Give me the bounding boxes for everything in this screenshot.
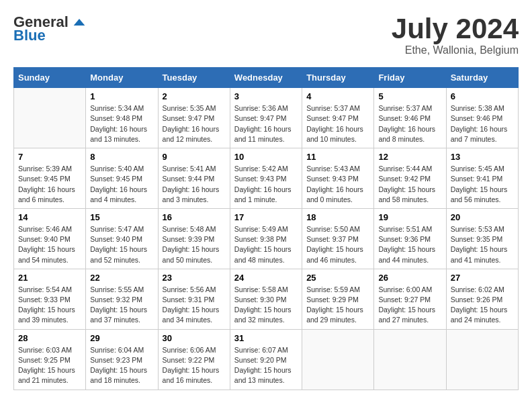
location-title: Ethe, Wallonia, Belgium (392, 44, 519, 56)
day-info: Sunrise: 5:46 AMSunset: 9:40 PMDaylight:… (18, 225, 75, 264)
day-info: Sunrise: 5:43 AMSunset: 9:43 PMDaylight:… (306, 165, 363, 203)
week-row-1: 1 Sunrise: 5:34 AMSunset: 9:48 PMDayligh… (14, 88, 519, 148)
day-cell: 1 Sunrise: 5:34 AMSunset: 9:48 PMDayligh… (86, 88, 158, 148)
day-info: Sunrise: 5:54 AMSunset: 9:33 PMDaylight:… (18, 285, 75, 324)
day-cell: 29 Sunrise: 6:04 AMSunset: 9:23 PMDaylig… (86, 329, 158, 390)
col-header-saturday: Saturday (446, 68, 518, 88)
day-info: Sunrise: 5:58 AMSunset: 9:30 PMDaylight:… (234, 285, 292, 324)
day-number: 29 (90, 333, 153, 343)
day-number: 27 (451, 273, 514, 283)
day-number: 22 (90, 273, 153, 283)
day-number: 1 (90, 91, 153, 101)
day-cell: 24 Sunrise: 5:58 AMSunset: 9:30 PMDaylig… (230, 269, 302, 329)
calendar-header-row: SundayMondayTuesdayWednesdayThursdayFrid… (14, 68, 519, 88)
day-number: 3 (234, 91, 298, 101)
day-cell: 10 Sunrise: 5:42 AMSunset: 9:43 PMDaylig… (230, 148, 302, 209)
day-cell: 22 Sunrise: 5:55 AMSunset: 9:32 PMDaylig… (86, 269, 158, 329)
day-number: 9 (163, 152, 226, 162)
day-info: Sunrise: 5:45 AMSunset: 9:41 PMDaylight:… (451, 165, 508, 203)
day-number: 21 (18, 273, 81, 283)
day-info: Sunrise: 5:41 AMSunset: 9:44 PMDaylight:… (163, 165, 220, 203)
day-number: 11 (306, 152, 369, 162)
day-info: Sunrise: 5:37 AMSunset: 9:47 PMDaylight:… (306, 104, 363, 143)
day-cell: 21 Sunrise: 5:54 AMSunset: 9:33 PMDaylig… (14, 269, 86, 329)
day-info: Sunrise: 6:00 AMSunset: 9:27 PMDaylight:… (378, 285, 435, 324)
day-cell: 20 Sunrise: 5:53 AMSunset: 9:35 PMDaylig… (446, 208, 518, 269)
day-number: 15 (90, 212, 153, 222)
day-cell: 25 Sunrise: 5:59 AMSunset: 9:29 PMDaylig… (302, 269, 374, 329)
day-cell: 12 Sunrise: 5:44 AMSunset: 9:42 PMDaylig… (374, 148, 446, 209)
page-header: General Blue July 2024 Ethe, Wallonia, B… (13, 13, 519, 56)
day-number: 13 (451, 152, 514, 162)
col-header-monday: Monday (86, 68, 158, 88)
logo-icon (73, 15, 86, 29)
day-info: Sunrise: 5:50 AMSunset: 9:37 PMDaylight:… (306, 225, 363, 264)
day-info: Sunrise: 5:53 AMSunset: 9:35 PMDaylight:… (451, 225, 508, 264)
day-number: 31 (234, 333, 298, 343)
day-cell: 27 Sunrise: 6:02 AMSunset: 9:26 PMDaylig… (446, 269, 518, 329)
day-cell: 30 Sunrise: 6:06 AMSunset: 9:22 PMDaylig… (158, 329, 230, 390)
day-cell: 17 Sunrise: 5:49 AMSunset: 9:38 PMDaylig… (230, 208, 302, 269)
day-cell: 19 Sunrise: 5:51 AMSunset: 9:36 PMDaylig… (374, 208, 446, 269)
col-header-wednesday: Wednesday (230, 68, 302, 88)
week-row-3: 14 Sunrise: 5:46 AMSunset: 9:40 PMDaylig… (14, 208, 519, 269)
day-info: Sunrise: 5:47 AMSunset: 9:40 PMDaylight:… (90, 225, 147, 264)
day-number: 20 (451, 212, 514, 222)
week-row-2: 7 Sunrise: 5:39 AMSunset: 9:45 PMDayligh… (14, 148, 519, 209)
day-number: 23 (163, 273, 226, 283)
svg-marker-0 (74, 19, 85, 26)
logo: General Blue (13, 13, 86, 44)
day-cell: 14 Sunrise: 5:46 AMSunset: 9:40 PMDaylig… (14, 208, 86, 269)
day-cell (446, 329, 518, 390)
day-number: 26 (378, 273, 441, 283)
col-header-tuesday: Tuesday (158, 68, 230, 88)
day-cell: 8 Sunrise: 5:40 AMSunset: 9:45 PMDayligh… (86, 148, 158, 209)
day-number: 10 (234, 152, 298, 162)
week-row-5: 28 Sunrise: 6:03 AMSunset: 9:25 PMDaylig… (14, 329, 519, 390)
day-cell: 31 Sunrise: 6:07 AMSunset: 9:20 PMDaylig… (230, 329, 302, 390)
day-cell (14, 88, 86, 148)
day-number: 2 (163, 91, 226, 101)
day-cell: 28 Sunrise: 6:03 AMSunset: 9:25 PMDaylig… (14, 329, 86, 390)
day-info: Sunrise: 5:56 AMSunset: 9:31 PMDaylight:… (163, 285, 220, 324)
day-info: Sunrise: 6:07 AMSunset: 9:20 PMDaylight:… (234, 346, 292, 385)
day-info: Sunrise: 5:49 AMSunset: 9:38 PMDaylight:… (234, 225, 292, 264)
day-cell: 4 Sunrise: 5:37 AMSunset: 9:47 PMDayligh… (302, 88, 374, 148)
day-cell: 6 Sunrise: 5:38 AMSunset: 9:46 PMDayligh… (446, 88, 518, 148)
day-cell (374, 329, 446, 390)
day-info: Sunrise: 5:39 AMSunset: 9:45 PMDaylight:… (18, 165, 75, 203)
day-number: 28 (18, 333, 81, 343)
day-number: 14 (18, 212, 81, 222)
month-title: July 2024 (392, 13, 519, 44)
day-info: Sunrise: 5:38 AMSunset: 9:46 PMDaylight:… (451, 104, 508, 143)
day-cell: 18 Sunrise: 5:50 AMSunset: 9:37 PMDaylig… (302, 208, 374, 269)
day-info: Sunrise: 5:37 AMSunset: 9:46 PMDaylight:… (378, 104, 435, 143)
day-info: Sunrise: 5:59 AMSunset: 9:29 PMDaylight:… (306, 285, 363, 324)
day-info: Sunrise: 5:51 AMSunset: 9:36 PMDaylight:… (378, 225, 435, 264)
day-info: Sunrise: 6:02 AMSunset: 9:26 PMDaylight:… (451, 285, 508, 324)
day-cell: 9 Sunrise: 5:41 AMSunset: 9:44 PMDayligh… (158, 148, 230, 209)
col-header-sunday: Sunday (14, 68, 86, 88)
day-info: Sunrise: 5:35 AMSunset: 9:47 PMDaylight:… (163, 104, 220, 143)
day-number: 30 (163, 333, 226, 343)
logo-blue: Blue (13, 27, 46, 44)
day-cell: 15 Sunrise: 5:47 AMSunset: 9:40 PMDaylig… (86, 208, 158, 269)
col-header-friday: Friday (374, 68, 446, 88)
day-cell: 2 Sunrise: 5:35 AMSunset: 9:47 PMDayligh… (158, 88, 230, 148)
day-number: 5 (378, 91, 441, 101)
day-number: 18 (306, 212, 369, 222)
day-cell: 23 Sunrise: 5:56 AMSunset: 9:31 PMDaylig… (158, 269, 230, 329)
day-number: 17 (234, 212, 298, 222)
day-number: 6 (451, 91, 514, 101)
day-info: Sunrise: 6:04 AMSunset: 9:23 PMDaylight:… (90, 346, 147, 385)
calendar-table: SundayMondayTuesdayWednesdayThursdayFrid… (13, 67, 519, 390)
day-info: Sunrise: 5:42 AMSunset: 9:43 PMDaylight:… (234, 165, 292, 203)
day-number: 12 (378, 152, 441, 162)
day-cell: 13 Sunrise: 5:45 AMSunset: 9:41 PMDaylig… (446, 148, 518, 209)
day-number: 4 (306, 91, 369, 101)
col-header-thursday: Thursday (302, 68, 374, 88)
day-cell: 7 Sunrise: 5:39 AMSunset: 9:45 PMDayligh… (14, 148, 86, 209)
day-number: 19 (378, 212, 441, 222)
day-info: Sunrise: 5:48 AMSunset: 9:39 PMDaylight:… (163, 225, 220, 264)
day-cell: 3 Sunrise: 5:36 AMSunset: 9:47 PMDayligh… (230, 88, 302, 148)
